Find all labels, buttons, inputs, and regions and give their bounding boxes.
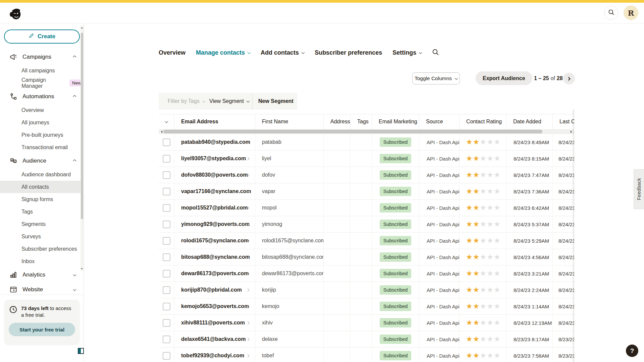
row-checkbox[interactable] — [163, 319, 170, 327]
sidebar-item-all-contacts[interactable]: All contacts — [0, 181, 84, 193]
row-checkbox[interactable] — [163, 336, 170, 343]
column-header-email[interactable]: Email Address — [174, 114, 255, 129]
filter-by-tags-dropdown[interactable]: Filter by Tags — [168, 93, 205, 110]
select-all-dropdown[interactable] — [159, 114, 174, 129]
chevron-down-icon — [455, 76, 458, 80]
trial-text: 73 days left to access a free trial. — [21, 305, 75, 318]
people-icon — [9, 157, 17, 165]
contact-email[interactable]: vapar17166@synclane.com — [181, 188, 251, 194]
sidebar-item-transactional-email[interactable]: Transactional email — [0, 141, 84, 154]
tab-subscriber-preferences[interactable]: Subscriber preferences — [315, 49, 382, 56]
view-segment-dropdown[interactable]: View Segment — [209, 93, 249, 110]
contact-address — [323, 348, 350, 362]
row-checkbox[interactable] — [163, 303, 170, 310]
contact-email[interactable]: kemojo5653@poverts.com — [181, 303, 249, 309]
sidebar-item-surveys[interactable]: Surveys — [0, 230, 84, 243]
sidebar-scrollbar[interactable] — [80, 25, 84, 271]
toggle-columns-button[interactable]: Toggle Columns — [412, 72, 460, 84]
contact-email[interactable]: korijip870@pbridal.com — [181, 287, 242, 293]
row-checkbox[interactable] — [163, 237, 170, 245]
contact-email[interactable]: mopol15527@pbridal.com — [181, 205, 248, 211]
column-header-first-name[interactable]: First Name — [255, 114, 323, 129]
contact-email[interactable]: tobef92939@chodyi.com — [181, 353, 244, 359]
sidebar-item-segments[interactable]: Segments — [0, 218, 84, 230]
table-row: bitosap688@synclane.com bitosap688@syncl… — [159, 249, 574, 265]
mailchimp-logo[interactable] — [7, 5, 23, 21]
contact-email[interactable]: xihiv88111@poverts.com — [181, 320, 245, 326]
row-checkbox[interactable] — [163, 352, 170, 360]
column-header-contact-rating[interactable]: Contact Rating — [459, 114, 506, 129]
contact-source: API - Dash Api — [419, 200, 459, 216]
contacts-table: Email Address First Name Address Tags Em… — [159, 110, 574, 362]
row-checkbox[interactable] — [163, 171, 170, 179]
scroll-right-arrow-icon[interactable] — [571, 130, 573, 133]
contact-email[interactable]: patabab940@stypedia.com — [181, 139, 250, 145]
chart-icon — [9, 271, 17, 279]
create-button[interactable]: Create — [4, 29, 80, 44]
contact-address — [323, 167, 350, 183]
row-checkbox[interactable] — [163, 204, 170, 212]
horizontal-scrollbar[interactable] — [159, 129, 574, 134]
scroll-left-arrow-icon[interactable] — [160, 130, 162, 133]
tab-overview[interactable]: Overview — [159, 49, 185, 56]
contacts-search-button[interactable] — [432, 49, 439, 57]
contact-first-name: mopol — [255, 200, 323, 216]
column-header-last-changed[interactable]: Last Changed — [552, 114, 574, 129]
sidebar-item-overview[interactable]: Overview — [0, 104, 84, 116]
sidebar-item-tags[interactable]: Tags — [0, 205, 84, 218]
sidebar-item-inbox[interactable]: Inbox — [0, 255, 84, 267]
sidebar-item-all-campaigns[interactable]: All campaigns — [0, 64, 84, 77]
contact-source: API - Dash Api — [419, 150, 459, 167]
sidebar-section-analytics[interactable]: Analytics — [0, 267, 84, 282]
sidebar-collapse-icon[interactable] — [78, 348, 84, 354]
sidebar-item-pre-built-journeys[interactable]: Pre-built journeys — [0, 129, 84, 141]
column-header-tags[interactable]: Tags — [350, 114, 372, 129]
help-button[interactable]: ? — [626, 345, 638, 357]
sidebar-section-campaigns[interactable]: Campaigns — [0, 50, 84, 64]
sidebar-item-subscriber-preferences[interactable]: Subscriber preferences — [0, 243, 84, 255]
start-free-trial-button[interactable]: Start your free trial — [9, 323, 75, 336]
row-checkbox[interactable] — [163, 138, 170, 146]
column-header-source[interactable]: Source — [419, 114, 459, 129]
row-checkbox[interactable] — [163, 286, 170, 294]
contact-email[interactable]: bitosap688@synclane.com — [181, 254, 250, 260]
sidebar-item-signup-forms[interactable]: Signup forms — [0, 193, 84, 205]
tab-add-contacts[interactable]: Add contacts — [261, 49, 304, 56]
next-page-button[interactable] — [563, 73, 575, 84]
new-segment-button[interactable]: New Segment — [258, 93, 293, 110]
row-checkbox[interactable] — [163, 188, 170, 195]
row-checkbox[interactable] — [163, 253, 170, 261]
contact-email[interactable]: dofov88030@poverts.com — [181, 172, 248, 178]
horizontal-scrollbar-thumb[interactable] — [163, 130, 542, 133]
sidebar-item-audience-dashboard[interactable]: Audience dashboard — [0, 168, 84, 181]
sidebar-scrollbar-thumb[interactable] — [81, 33, 83, 219]
column-header-date-added[interactable]: Date Added — [506, 114, 552, 129]
sidebar-item-all-journeys[interactable]: All journeys — [0, 116, 84, 129]
sidebar-section-automations[interactable]: Automations — [0, 89, 84, 104]
header-search-button[interactable] — [604, 6, 618, 20]
contact-email[interactable]: liyel93057@stypedia.com — [181, 156, 246, 162]
sidebar-section-audience[interactable]: Audience — [0, 154, 84, 168]
contact-email[interactable]: rolodi1675@synclane.com — [181, 238, 249, 244]
contact-email[interactable]: delaxe6541@backva.com — [181, 336, 246, 342]
contact-source: API - Dash Api — [419, 183, 459, 199]
contact-email[interactable]: dewar86173@poverts.com — [181, 270, 249, 277]
audience-tabs: OverviewManage contactsAdd contactsSubsc… — [159, 47, 439, 59]
tab-settings[interactable]: Settings — [392, 49, 422, 56]
contact-address — [323, 331, 350, 347]
column-header-email-marketing[interactable]: Email Marketing — [372, 114, 419, 129]
contact-first-name: tobef — [255, 348, 323, 362]
chevron-down-icon — [419, 51, 422, 54]
contact-email[interactable]: yimonog929@poverts.com — [181, 221, 250, 227]
export-audience-button[interactable]: Export Audience — [476, 71, 532, 85]
tab-manage-contacts[interactable]: Manage contacts — [196, 49, 250, 56]
sidebar-item-campaign-manager[interactable]: Campaign ManagerNew — [0, 77, 84, 89]
avatar[interactable]: R — [624, 5, 638, 20]
row-checkbox[interactable] — [163, 155, 170, 163]
feedback-tab[interactable]: Feedback — [634, 169, 644, 209]
column-header-address[interactable]: Address — [323, 114, 350, 129]
filter-bar: Filter by Tags View Segment New Segment — [159, 93, 297, 110]
row-checkbox[interactable] — [163, 270, 170, 278]
contact-rating: ★★★★★ — [459, 183, 506, 199]
row-checkbox[interactable] — [163, 221, 170, 228]
